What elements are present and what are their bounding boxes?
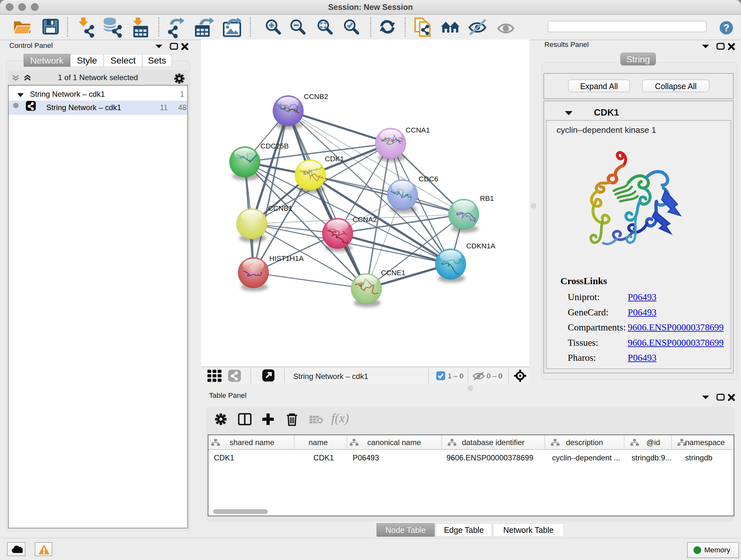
svg-text:CDC6: CDC6 [419,175,438,183]
svg-text:HIST1H1A: HIST1H1A [269,254,304,262]
svg-text:CCNB2: CCNB2 [304,92,328,101]
svg-text:CCNA1: CCNA1 [406,126,430,134]
svg-text:?: ? [723,22,730,34]
svg-text:CDKN1A: CDKN1A [466,242,495,250]
svg-text:CCNE1: CCNE1 [381,269,405,277]
svg-text:CCNB1: CCNB1 [268,204,292,212]
svg-text:CCNA2: CCNA2 [353,215,377,224]
svg-text:CDC25B: CDC25B [260,142,289,150]
svg-text:CDK1: CDK1 [325,155,344,163]
svg-text:RB1: RB1 [480,194,494,202]
